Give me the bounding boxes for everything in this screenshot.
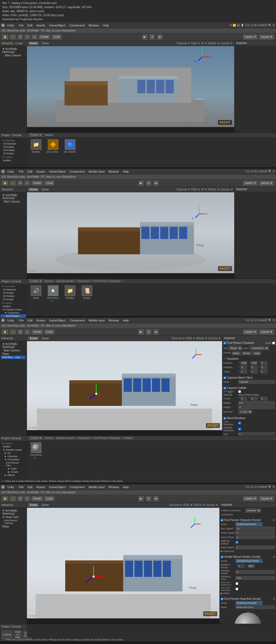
capsulecollider-header-3[interactable]: Capsule Collider <box>223 386 275 390</box>
window-menu-2[interactable]: Window <box>107 169 120 174</box>
effects-3[interactable]: ► Effects <box>1 474 26 477</box>
project-tab-4[interactable]: Project <box>2 625 10 628</box>
component-menu-2[interactable]: Component <box>68 169 87 174</box>
fpscript-check-4[interactable] <box>221 519 223 522</box>
meshrenderer-check-3[interactable] <box>223 417 226 420</box>
file-menu-4[interactable]: File <box>17 485 25 489</box>
collider-check-3[interactable] <box>223 387 226 389</box>
unity-menu-item[interactable]: Unity <box>6 23 16 28</box>
select-btn-3[interactable]: Select <box>232 351 241 355</box>
models-item-1[interactable]: Models <box>1 159 26 162</box>
pivot-btn-4[interactable]: Center <box>31 496 43 501</box>
h-archwalk3[interactable]: ▼ ArchWalk-Sketchup2 <box>1 342 26 349</box>
scale-z-3[interactable] <box>261 370 267 374</box>
mouserotat-check-4[interactable] <box>221 556 223 558</box>
audio-3[interactable]: ► Audio <box>1 467 26 470</box>
gameobject-menu-4[interactable]: GameObject <box>47 485 67 489</box>
asset-archit[interactable]: 🔶 s01-Archit... <box>46 139 60 153</box>
scene-tab-1[interactable]: Scene <box>28 42 39 45</box>
apply-btn-3[interactable]: Apply <box>252 351 261 355</box>
search-icon-1[interactable]: 🔍 <box>268 24 271 27</box>
pos-z-3[interactable] <box>261 361 267 365</box>
h-plane4[interactable]: Plane <box>1 525 26 528</box>
tool-move-2[interactable]: ↔ <box>10 180 16 186</box>
direction-dropdown-3[interactable]: Y-Axis <box>238 410 252 414</box>
pause-button-3[interactable]: ⏸ <box>146 329 151 335</box>
game-tab-3[interactable]: Game <box>40 337 50 340</box>
asset-models[interactable]: 📁 Models <box>29 139 43 153</box>
assets-menu-3[interactable]: Assets <box>35 318 47 323</box>
asset-sketch[interactable]: 🔷 s01-Sketch <box>63 139 77 153</box>
headbob-check-4[interactable] <box>221 598 223 600</box>
mr-scriptvalue-4[interactable] <box>236 559 263 563</box>
strafespeed-value-4[interactable] <box>236 531 275 535</box>
step-button[interactable]: ⏭ <box>157 34 163 40</box>
all-materials-1[interactable]: All Materials <box>1 142 26 145</box>
center-y-3[interactable] <box>251 397 257 400</box>
scripts-3[interactable]: ► Scripts <box>1 470 26 474</box>
component-menu[interactable]: Component <box>68 23 87 28</box>
all-models-1[interactable]: All Models <box>1 145 26 149</box>
all-scripts-1[interactable]: All Scripts <box>1 152 26 155</box>
file-menu-3[interactable]: File <box>17 318 25 323</box>
step-button-2[interactable]: ⏭ <box>153 180 159 186</box>
radius-value-3[interactable] <box>238 401 275 405</box>
pause-button[interactable]: ⏸ <box>149 34 155 40</box>
rgb-opt[interactable]: RGB ▼ <box>191 42 200 45</box>
gameobject-menu-2[interactable]: GameObject <box>47 169 67 174</box>
project-tab-3[interactable]: Project <box>2 437 10 440</box>
effects-opt-2[interactable]: Effects ▼ <box>208 188 220 191</box>
rot-y-3[interactable] <box>251 365 257 369</box>
file-menu-2[interactable]: File <box>17 169 25 174</box>
tool-hand[interactable]: ✋ <box>2 34 9 40</box>
console-tab-1[interactable]: Console <box>12 134 22 137</box>
menu-icon-2[interactable]: ☰ <box>272 170 275 173</box>
layers-btn[interactable]: Layers ▼ <box>243 34 258 40</box>
space-btn-2[interactable]: Local <box>44 180 54 186</box>
game-tab-2[interactable]: Game <box>40 188 50 191</box>
all-models-2[interactable]: All Models <box>1 291 26 294</box>
gameobject-menu[interactable]: GameObject <box>47 23 67 28</box>
obj-active-check[interactable] <box>223 342 226 344</box>
layers-btn-3[interactable]: Layers ▼ <box>243 329 258 335</box>
all-prefabs-1[interactable]: All Prefabs <box>1 149 26 152</box>
assets-menu-4[interactable]: Assets <box>35 485 47 489</box>
tool-hand-2[interactable]: ✋ <box>2 180 9 186</box>
console-tab-2[interactable]: Console <box>11 280 21 283</box>
unity-menu-2[interactable]: Unity <box>6 169 16 174</box>
tool-rotate-3[interactable]: ↺ <box>17 329 23 335</box>
pos-x-3[interactable] <box>240 361 247 365</box>
fpscript-header-4[interactable]: First Person Character (Script) ⚙ <box>221 518 275 522</box>
search-icon-3[interactable]: 🔍 <box>268 319 271 322</box>
asset-scripts[interactable]: 📜 Scripts <box>80 285 94 302</box>
step-button-4[interactable]: ⏭ <box>153 496 159 502</box>
project-tab-1[interactable]: Project <box>2 134 10 137</box>
game-tab-1[interactable]: Game <box>40 42 50 45</box>
tool-scale-3[interactable]: ⤢ <box>24 329 30 335</box>
layout-btn[interactable]: Layout ▼ <box>259 34 274 40</box>
assets-menu-2[interactable]: Assets <box>35 169 47 174</box>
unity-menu-3[interactable]: Unity <box>6 318 16 323</box>
runspeed-value-4[interactable] <box>236 527 275 530</box>
fpchar-3[interactable]: First Person Cha... <box>1 461 26 467</box>
tool-hand-4[interactable]: ✋ <box>2 496 9 501</box>
h-maincamera3[interactable]: Main Camera <box>1 349 26 352</box>
tool-hand-3[interactable]: ✋ <box>2 329 9 335</box>
space-btn[interactable]: Local <box>51 34 62 40</box>
tag-dropdown-3[interactable]: Player <box>228 346 242 350</box>
chars-3[interactable]: ▼ Characters <box>1 458 26 461</box>
scale-x-3[interactable] <box>240 370 247 374</box>
mobileinput-menu-3[interactable]: Mobile Input <box>87 318 106 323</box>
all-materials-2[interactable]: All Materials <box>1 288 26 291</box>
window-menu-3[interactable]: Window <box>107 318 120 323</box>
scene-tab-2[interactable]: Scene <box>28 188 39 191</box>
walkspeed-value-4[interactable] <box>236 546 275 549</box>
meshfilter-header-3[interactable]: Capsule (Mesh Filter) <box>223 376 275 380</box>
jumppower-value-4[interactable] <box>236 535 275 539</box>
edit-menu-3[interactable]: Edit <box>26 318 34 323</box>
help-menu-4[interactable]: Help <box>121 485 130 489</box>
all-scripts-2[interactable]: All Scripts <box>1 298 26 301</box>
size-opt[interactable]: 20 ▼ <box>201 42 208 45</box>
clearonplay-btn-4[interactable]: Clear on Play <box>14 630 22 639</box>
center-x-3[interactable] <box>240 397 247 400</box>
